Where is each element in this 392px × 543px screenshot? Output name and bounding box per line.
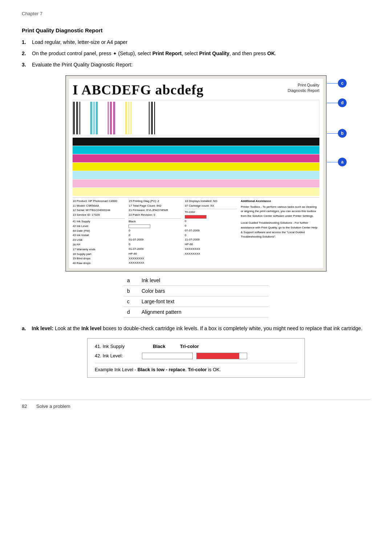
section-a-label: a.: [22, 325, 26, 331]
label-a-row: a: [327, 158, 347, 166]
align-group-black: [73, 102, 80, 134]
ok-bold: OK: [267, 50, 275, 56]
label-d-row: d: [327, 98, 347, 107]
report-inner: I ABCDEFG abcdefg Print Quality Diagnost…: [69, 79, 323, 268]
ink-level-header: 41. Ink Supply Black Tri-color: [95, 344, 297, 349]
report-wrapper: I ABCDEFG abcdefg Print Quality Diagnost…: [65, 75, 327, 272]
legend-row-a: a Ink level: [123, 275, 269, 286]
ink-supply-label: 41. Ink Supply: [95, 344, 138, 349]
label-d-line: [327, 103, 338, 103]
report-title-line2: Diagnostic Report: [288, 88, 319, 93]
report-title-block: Print Quality Diagnostic Report: [288, 82, 319, 94]
alignment-pattern-area: [73, 100, 319, 136]
label-c-circle: c: [338, 79, 347, 88]
example-ink-text: Example Ink Level - Black is low - repla…: [95, 363, 297, 372]
ink-level-bold: Ink level:: [32, 325, 53, 331]
align-group-cyan: [90, 102, 98, 134]
color-bar-black: [73, 138, 319, 146]
legend-label-b: Color bars: [138, 285, 269, 296]
legend-key-d: d: [123, 307, 138, 317]
report-title-line1: Print Quality: [288, 82, 319, 88]
ink-level-inline-bold: Ink level: [81, 325, 101, 331]
ink-level-label: 42. Ink Level:: [95, 353, 138, 358]
example-prefix: Example Ink Level -: [95, 367, 138, 372]
legend-row-b: b Color bars: [123, 285, 269, 296]
legend-key-a: a: [123, 275, 138, 286]
align-group-magenta: [108, 102, 115, 134]
step-2-num: 2.: [22, 50, 32, 57]
section-a: a. Ink level: Look at the Ink level boxe…: [22, 325, 370, 332]
ink-bar-black: [142, 353, 193, 359]
footer: 82 Solve a problem: [22, 400, 370, 409]
ink-bar-black-fill: [142, 353, 192, 359]
legend-table: a Ink level b Color bars c Large-font te…: [123, 275, 269, 317]
info-col-3: 13 Displays Installed: NO 37 Cartridge c…: [185, 199, 237, 266]
steps-list: 1. Load regular, white, letter-size or A…: [22, 39, 370, 69]
chapter-label: Chapter 7: [22, 11, 370, 16]
info-col-4: Additional Assistance Printer Toolbox - …: [241, 199, 319, 266]
label-a-line: [327, 162, 338, 162]
color-bar-light-magenta: [73, 179, 319, 187]
color-bar-yellow: [73, 163, 319, 171]
legend-key-b: b: [123, 285, 138, 296]
report-header: I ABCDEFG abcdefg Print Quality Diagnost…: [73, 82, 319, 98]
step-2-text: On the product control panel, press ✦ (S…: [32, 50, 370, 57]
legend-label-c: Large-font text: [138, 296, 269, 307]
section-a-desc1: Look at the: [55, 325, 81, 331]
label-d-circle: d: [338, 98, 347, 107]
legend-label-a: Ink level: [138, 275, 269, 286]
print-quality-bold: Print Quality: [199, 50, 229, 56]
example-bold-1: Black is low - replace: [138, 367, 185, 372]
legend-row-d: d Alignment pattern: [123, 307, 269, 317]
step-1-num: 1.: [22, 39, 32, 46]
step-3-text: Evaluate the Print Quality Diagnostic Re…: [32, 61, 370, 69]
step-3-num: 3.: [22, 61, 32, 69]
step-1-text: Load regular, white, letter-size or A4 p…: [32, 39, 370, 46]
step-3: 3. Evaluate the Print Quality Diagnostic…: [22, 61, 370, 69]
color-bars-section: [73, 138, 319, 196]
report-large-text: I ABCDEFG abcdefg: [73, 82, 204, 98]
step-2: 2. On the product control panel, press ✦…: [22, 50, 370, 57]
label-b-line: [327, 133, 338, 134]
color-bar-cyan: [73, 146, 319, 154]
example-bold-2: Tri-color: [188, 367, 207, 372]
ink-col-tricolor: Tri-color: [180, 344, 199, 349]
side-labels-container: c d b a: [327, 79, 347, 170]
align-group-black-2: [149, 102, 155, 134]
ink-bar-tricolor: [196, 353, 247, 359]
ink-bar-tricolor-fill: [197, 353, 239, 359]
example-suffix: is OK.: [207, 367, 221, 372]
label-b-circle: b: [338, 129, 347, 138]
info-col-2: 15 Printing Diag (PV): 2 17 Total Page C…: [128, 199, 181, 266]
setup-icon: ✦: [113, 51, 117, 56]
legend-row-c: c Large-font text: [123, 296, 269, 307]
align-group-yellow: [125, 102, 131, 134]
legend-key-c: c: [123, 296, 138, 307]
step-1: 1. Load regular, white, letter-size or A…: [22, 39, 370, 46]
info-col-1: 10 Product: HP Photosmart C4900 11 Model…: [73, 199, 125, 266]
label-c-line: [327, 83, 338, 84]
page-solve-label: Solve a problem: [36, 404, 70, 409]
ink-level-row: 42. Ink Level:: [95, 353, 297, 359]
print-report-bold: Print Report: [152, 50, 182, 56]
ink-col-black: Black: [153, 344, 166, 349]
label-b-row: b: [327, 129, 347, 138]
diagnostic-report-image: I ABCDEFG abcdefg Print Quality Diagnost…: [65, 75, 327, 272]
label-c-row: c: [327, 79, 347, 88]
ink-level-example-box: 41. Ink Supply Black Tri-color 42. Ink L…: [87, 338, 305, 378]
page-number: 82: [22, 404, 36, 409]
section-a-title: a. Ink level: Look at the Ink level boxe…: [22, 325, 370, 332]
color-bar-light-yellow: [73, 188, 319, 196]
section-a-desc2: boxes to double-check cartridge ink leve…: [103, 325, 362, 331]
section-title: Print Quality Diagnostic Report: [22, 27, 103, 33]
example-mid: .: [185, 367, 188, 372]
legend-label-d: Alignment pattern: [138, 307, 269, 317]
color-bar-light-cyan: [73, 171, 319, 179]
label-a-circle: a: [338, 158, 347, 166]
report-info-table: 10 Product: HP Photosmart C4900 11 Model…: [73, 197, 319, 266]
color-bar-magenta: [73, 154, 319, 162]
